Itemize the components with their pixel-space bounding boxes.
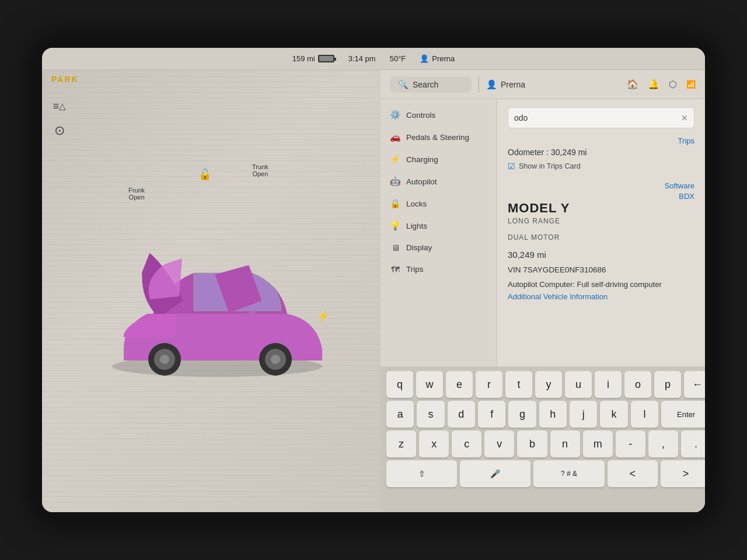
main-content: PARK ≡△ ⊙ FrunkOpen TrunkOpen 🔓: [42, 70, 705, 512]
key-k[interactable]: k: [600, 401, 627, 428]
menu-display-label: Display: [406, 243, 432, 252]
trips-link[interactable]: Trips: [508, 136, 694, 145]
key-row-3: z x c v b n m - , .: [386, 430, 705, 457]
trips-icon: 🗺: [390, 264, 400, 274]
user-display: 👤 Prerna: [420, 54, 455, 63]
right-panel: 🔍 Search 👤 Prerna 🏠 🔔 ⬡ 📶: [381, 70, 705, 512]
key-symbols[interactable]: ? # &: [533, 460, 604, 487]
menu-charging-label: Charging: [406, 155, 438, 164]
steering-icon[interactable]: ≡△: [51, 98, 68, 114]
menu-panel: ⚙️ Controls 🚗 Pedals & Steering ⚡ Chargi…: [381, 99, 497, 366]
key-f[interactable]: f: [478, 401, 505, 428]
key-j[interactable]: j: [570, 401, 597, 428]
svg-text:⚡: ⚡: [316, 310, 330, 323]
key-d[interactable]: d: [448, 401, 475, 428]
search-input-row: ✕: [508, 107, 694, 128]
mileage-display: 30,249 mi: [508, 250, 694, 260]
content-area: ⚙️ Controls 🚗 Pedals & Steering ⚡ Chargi…: [381, 99, 705, 366]
key-w[interactable]: w: [416, 371, 443, 398]
bluetooth-icon[interactable]: ⬡: [669, 79, 677, 90]
key-backspace[interactable]: ←: [684, 371, 705, 398]
clear-icon[interactable]: ✕: [681, 113, 688, 123]
lock-icon[interactable]: 🔓: [198, 168, 211, 181]
home-icon[interactable]: 🏠: [627, 79, 638, 90]
menu-item-locks[interactable]: 🔒 Locks: [381, 192, 497, 215]
key-dash[interactable]: -: [616, 430, 645, 457]
key-i[interactable]: i: [595, 371, 622, 398]
key-t[interactable]: t: [505, 371, 532, 398]
key-a[interactable]: a: [386, 401, 414, 428]
time-value: 3:14 pm: [348, 54, 376, 63]
search-input[interactable]: [514, 113, 676, 123]
car-image: ⚡: [89, 220, 345, 396]
key-comma[interactable]: ,: [648, 430, 678, 457]
key-y[interactable]: y: [535, 371, 562, 398]
menu-item-display[interactable]: 🖥 Display: [381, 237, 497, 258]
key-m[interactable]: m: [583, 430, 613, 457]
key-l[interactable]: l: [631, 401, 658, 428]
search-nav-label: Search: [413, 80, 438, 89]
show-trips-row[interactable]: ☑ Show in Trips Card: [508, 162, 694, 171]
trunk-label: TrunkOpen: [252, 163, 268, 177]
key-q[interactable]: q: [386, 371, 413, 398]
menu-item-charging[interactable]: ⚡ Charging: [381, 148, 497, 170]
key-p[interactable]: p: [654, 371, 681, 398]
key-b[interactable]: b: [517, 430, 547, 457]
search-section[interactable]: 🔍 Search: [390, 76, 472, 93]
key-right[interactable]: >: [661, 460, 705, 487]
key-shift[interactable]: ⇧: [386, 460, 457, 487]
menu-item-trips[interactable]: 🗺 Trips: [381, 258, 497, 280]
odo-row: Odometer : 30,249 mi: [508, 148, 694, 157]
key-left[interactable]: <: [608, 460, 658, 487]
search-icon: 🔍: [398, 80, 408, 89]
menu-item-pedals[interactable]: 🚗 Pedals & Steering: [381, 126, 497, 148]
odometer-text: Odometer : 30,249 mi: [508, 148, 587, 157]
key-u[interactable]: u: [565, 371, 592, 398]
key-row-4: ⇧ 🎤 ? # & < >: [386, 460, 705, 487]
checkbox-icon: ☑: [508, 162, 515, 171]
key-s[interactable]: s: [417, 401, 444, 428]
key-o[interactable]: o: [624, 371, 651, 398]
key-z[interactable]: z: [386, 430, 416, 457]
key-r[interactable]: r: [476, 371, 502, 398]
bell-icon[interactable]: 🔔: [648, 79, 659, 90]
nav-icons: 🏠 🔔 ⬡ 📶: [627, 79, 696, 90]
menu-trips-label: Trips: [406, 265, 424, 274]
software-link[interactable]: Software: [665, 181, 694, 190]
keyboard-area: q w e r t y u i o p ←: [381, 366, 705, 512]
keyboard-main: q w e r t y u i o p ←: [386, 371, 705, 508]
key-v[interactable]: v: [484, 430, 514, 457]
nav-divider: [479, 76, 479, 93]
vehicle-info-link[interactable]: Additional Vehicle Information: [508, 292, 694, 301]
menu-item-controls[interactable]: ⚙️ Controls: [381, 104, 497, 126]
user-nav-icon: 👤: [486, 79, 497, 90]
range-display: 159 mi: [292, 54, 334, 63]
pedals-icon: 🚗: [390, 132, 400, 142]
key-n[interactable]: n: [550, 430, 580, 457]
svg-point-3: [160, 355, 169, 364]
bdx-link[interactable]: BDX: [508, 192, 694, 201]
menu-controls-label: Controls: [406, 111, 435, 120]
menu-autopilot-label: Autopilot: [406, 177, 437, 186]
menu-item-lights[interactable]: 💡 Lights: [381, 215, 497, 237]
key-period[interactable]: .: [681, 430, 705, 457]
autopilot-icon: 🤖: [390, 176, 400, 187]
user-section[interactable]: 👤 Prerna: [486, 79, 525, 90]
key-h[interactable]: h: [539, 401, 567, 428]
time-display: 3:14 pm: [348, 54, 376, 63]
key-enter[interactable]: Enter: [661, 401, 705, 428]
key-g[interactable]: g: [508, 401, 536, 428]
tire-icon[interactable]: ⊙: [51, 123, 68, 139]
key-e[interactable]: e: [446, 371, 473, 398]
menu-item-autopilot[interactable]: 🤖 Autopilot: [381, 170, 497, 192]
key-mic[interactable]: 🎤: [460, 460, 530, 487]
model-name: MODEL Y: [508, 201, 694, 216]
signal-icon[interactable]: 📶: [686, 80, 696, 89]
key-c[interactable]: c: [452, 430, 481, 457]
search-input-box[interactable]: ✕: [508, 107, 694, 128]
range-value: 159 mi: [292, 54, 315, 63]
user-icon-status: 👤: [420, 54, 429, 63]
key-x[interactable]: x: [419, 430, 449, 457]
key-row-2: a s d f g h j k l Enter: [386, 401, 705, 428]
menu-pedals-label: Pedals & Steering: [406, 133, 469, 142]
